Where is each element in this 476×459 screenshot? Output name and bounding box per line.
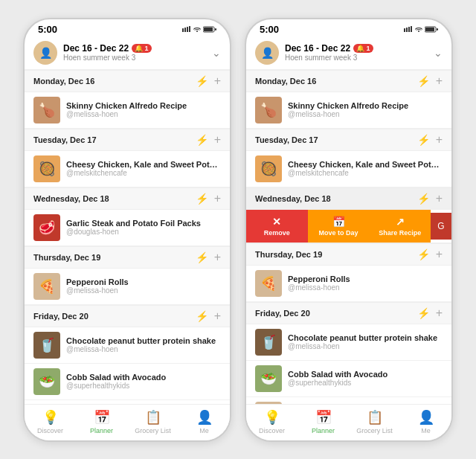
nav-item-me[interactable]: 👤 Me bbox=[178, 409, 230, 434]
svg-point-12 bbox=[418, 31, 419, 32]
chevron-down-icon[interactable]: ⌄ bbox=[434, 47, 443, 59]
nav-item-planner[interactable]: 📅 Planner bbox=[298, 409, 349, 434]
add-recipe-button[interactable]: + bbox=[436, 74, 443, 88]
nav-me-icon: 👤 bbox=[196, 409, 213, 426]
bolt-icon[interactable]: ⚡ bbox=[417, 248, 430, 260]
recipe-info: Skinny Chicken Alfredo Recipe @melissa-h… bbox=[66, 101, 221, 118]
add-recipe-button[interactable]: + bbox=[436, 248, 443, 261]
bolt-icon[interactable]: ⚡ bbox=[196, 134, 208, 146]
nav-item-grocery-list[interactable]: 📋 Grocery List bbox=[349, 409, 400, 434]
add-recipe-button[interactable]: + bbox=[436, 192, 443, 205]
swipe-action-row: ✕ Remove 📅 Move to Day ↗ Share Recipe G bbox=[246, 210, 451, 243]
day-actions: ⚡ + bbox=[196, 309, 221, 323]
recipe-row[interactable]: 🥗 Cobb Salad with Avocado @superhealthyk… bbox=[25, 364, 230, 400]
recipe-row[interactable]: 🍕 Pepperoni Rolls @melissa-hoen bbox=[246, 266, 451, 302]
recipe-row[interactable]: 🍕 Pepperoni Rolls @melissa-hoen bbox=[25, 269, 230, 305]
bolt-icon[interactable]: ⚡ bbox=[417, 307, 430, 319]
phone-left: 5:00 👤 Dec 16 - Dec 22 🔔 1 Hoen summer w… bbox=[23, 18, 231, 442]
recipe-info: Skinny Chicken Alfredo Recipe @melissa-h… bbox=[288, 101, 443, 118]
recipe-thumbnail: 🥩 bbox=[33, 214, 60, 241]
nav-discover-icon: 💡 bbox=[264, 409, 280, 426]
nav-me-icon: 👤 bbox=[418, 409, 434, 426]
nav-label: Planner bbox=[312, 427, 335, 434]
add-recipe-button[interactable]: + bbox=[214, 251, 221, 264]
day-actions: ⚡ + bbox=[196, 74, 221, 88]
recipe-name: Cobb Salad with Avocado bbox=[66, 373, 221, 382]
nav-item-planner[interactable]: 📅 Planner bbox=[76, 409, 127, 434]
recipe-info: Chocolate peanut butter protein shake @m… bbox=[66, 336, 221, 353]
add-recipe-button[interactable]: + bbox=[214, 192, 221, 205]
day-header-1: Tuesday, Dec 17 ⚡ + bbox=[246, 129, 451, 151]
recipe-row[interactable]: 🍗 Skinny Chicken Alfredo Recipe @melissa… bbox=[25, 92, 230, 129]
day-actions: ⚡ + bbox=[196, 192, 221, 205]
recipe-row[interactable]: 🥘 Cheesy Chicken, Kale and Sweet Potato … bbox=[246, 151, 451, 187]
day-label: Friday, Dec 20 bbox=[33, 312, 89, 321]
day-label: Wednesday, Dec 18 bbox=[33, 194, 109, 203]
header-title: Dec 16 - Dec 22 🔔 1 bbox=[63, 43, 208, 54]
nav-grocery-list-icon: 📋 bbox=[367, 409, 383, 426]
action-remove-button[interactable]: ✕ Remove bbox=[246, 210, 308, 243]
recipe-info: Pepperoni Rolls @melissa-hoen bbox=[288, 275, 443, 292]
status-icons bbox=[182, 26, 216, 33]
bolt-icon[interactable]: ⚡ bbox=[196, 75, 208, 87]
day-actions: ⚡ + bbox=[417, 74, 443, 88]
nav-item-discover[interactable]: 💡 Discover bbox=[246, 409, 298, 434]
recipe-thumbnail: 🥤 bbox=[33, 332, 60, 359]
add-recipe-button[interactable]: + bbox=[214, 133, 221, 147]
status-time: 5:00 bbox=[260, 24, 279, 35]
svg-point-4 bbox=[196, 31, 198, 32]
recipe-row[interactable]: 🥗 Cobb Salad with Avocado @superhealthyk… bbox=[246, 361, 451, 397]
bolt-icon[interactable]: ⚡ bbox=[196, 251, 208, 263]
nav-label: Discover bbox=[37, 427, 63, 434]
recipe-info: Cobb Salad with Avocado @superhealthykid… bbox=[66, 373, 221, 390]
nav-label: Grocery List bbox=[356, 427, 393, 434]
nav-discover-icon: 💡 bbox=[42, 409, 59, 426]
header-subtitle: Hoen summer week 3 bbox=[63, 54, 208, 62]
add-recipe-button[interactable]: + bbox=[214, 74, 221, 88]
recipe-thumbnail: 🥗 bbox=[33, 368, 60, 395]
recipe-row[interactable]: 🥤 Chocolate peanut butter protein shake … bbox=[246, 324, 451, 361]
date-range: Dec 16 - Dec 22 bbox=[285, 43, 350, 54]
status-icons bbox=[404, 26, 438, 33]
recipe-thumb-partial: G bbox=[431, 213, 451, 240]
header-subtitle: Hoen summer week 3 bbox=[285, 54, 429, 62]
day-header-0: Monday, Dec 16 ⚡ + bbox=[246, 70, 451, 92]
recipe-row[interactable]: 🍪 Oreo stuffed chocolate chip cookies @n… bbox=[246, 397, 451, 404]
add-recipe-button[interactable]: + bbox=[214, 309, 221, 323]
nav-planner-icon: 📅 bbox=[94, 409, 110, 426]
recipe-info: Pepperoni Rolls @melissa-hoen bbox=[66, 277, 221, 295]
recipe-author: @melissa-hoen bbox=[66, 286, 221, 295]
action-share-button[interactable]: ↗ Share Recipe bbox=[369, 210, 431, 243]
nav-item-me[interactable]: 👤 Me bbox=[400, 409, 451, 434]
nav-label: Grocery List bbox=[135, 427, 171, 434]
nav-label: Me bbox=[199, 427, 209, 434]
recipe-author: @melissa-hoen bbox=[288, 342, 443, 350]
day-label: Wednesday, Dec 18 bbox=[255, 194, 331, 203]
add-recipe-button[interactable]: + bbox=[436, 133, 443, 147]
recipe-thumbnail: 🥤 bbox=[255, 329, 282, 356]
svg-rect-7 bbox=[215, 28, 216, 31]
move-label: Move to Day bbox=[319, 229, 358, 237]
nav-item-grocery-list[interactable]: 📋 Grocery List bbox=[127, 409, 178, 434]
svg-rect-15 bbox=[437, 28, 438, 31]
chevron-down-icon[interactable]: ⌄ bbox=[212, 47, 221, 59]
bolt-icon[interactable]: ⚡ bbox=[417, 193, 430, 205]
recipe-row[interactable]: 🥩 Garlic Steak and Potato Foil Packs @do… bbox=[25, 210, 230, 246]
bolt-icon[interactable]: ⚡ bbox=[196, 310, 208, 322]
add-recipe-button[interactable]: + bbox=[436, 306, 443, 320]
recipe-name: Cobb Salad with Avocado bbox=[288, 370, 443, 379]
bolt-icon[interactable]: ⚡ bbox=[196, 193, 208, 205]
action-move-button[interactable]: 📅 Move to Day bbox=[308, 210, 370, 243]
nav-item-discover[interactable]: 💡 Discover bbox=[25, 409, 76, 434]
recipe-row[interactable]: 🥤 Chocolate peanut butter protein shake … bbox=[25, 327, 230, 364]
recipe-thumbnail: 🍗 bbox=[255, 97, 282, 123]
recipe-thumbnail: 🍕 bbox=[33, 273, 60, 300]
svg-rect-2 bbox=[187, 27, 188, 32]
bolt-icon[interactable]: ⚡ bbox=[417, 75, 430, 87]
recipe-row[interactable]: 🍗 Skinny Chicken Alfredo Recipe @melissa… bbox=[246, 92, 451, 129]
header-text: Dec 16 - Dec 22 🔔 1 Hoen summer week 3 bbox=[63, 43, 208, 62]
bolt-icon[interactable]: ⚡ bbox=[417, 134, 430, 146]
recipe-row[interactable]: 🥘 Cheesy Chicken, Kale and Sweet Potato … bbox=[25, 151, 230, 187]
svg-rect-6 bbox=[204, 28, 213, 31]
notif-badge: 🔔 1 bbox=[353, 44, 373, 53]
